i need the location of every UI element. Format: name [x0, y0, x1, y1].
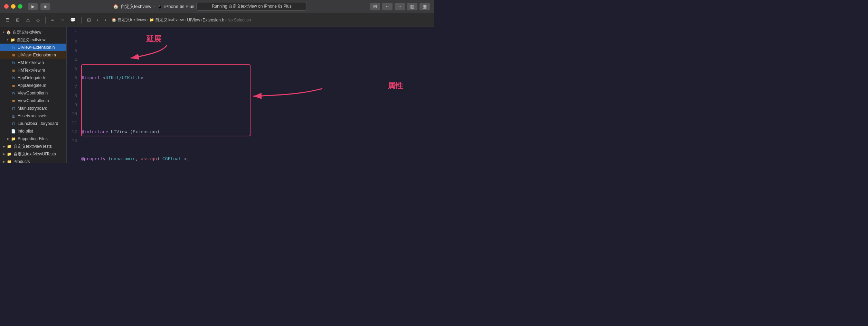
comment-button[interactable]: 💬: [68, 16, 78, 24]
sidebar-item-info-plist[interactable]: 📄 Info.plist: [0, 127, 66, 135]
forward-button[interactable]: →: [395, 3, 405, 10]
code-nonatomic1: nonatomic: [111, 154, 135, 163]
panel-left-button[interactable]: ▥: [407, 3, 417, 10]
sidebar-group1-label: 自定义textfview: [17, 37, 64, 43]
editor-layout-button[interactable]: ⊟: [370, 3, 380, 10]
breadcrumb: 🏠 自定义textfview › 📁 自定义textfview › UIView…: [112, 17, 431, 23]
sidebar-appdelegate-h-label: AppDelegate.h: [18, 75, 64, 80]
code-cgfloat1: CGFloat: [162, 154, 181, 163]
launch-icon: ◻: [11, 121, 16, 126]
sidebar-item-root[interactable]: ▾ 🏠 自定义textfview: [0, 28, 66, 36]
code-editor[interactable]: 1 2 3 4 5 6 7 8 9 10 11 12 13 #import <U…: [67, 27, 434, 163]
code-assign1: assign: [138, 154, 157, 163]
m-file-icon: m: [11, 53, 16, 57]
sidebar-item-viewcontroller-h[interactable]: h ViewController.h: [0, 89, 66, 97]
sidebar-launchscr-label: LaunchScr...toryboard: [18, 121, 64, 126]
breadcrumb-group[interactable]: 自定义textfview: [155, 17, 184, 23]
project-icon: 🏠: [6, 30, 11, 35]
list-view-button[interactable]: ≡: [49, 16, 56, 24]
grid-view-button[interactable]: ⊞: [85, 16, 93, 24]
m-file-icon4: m: [11, 99, 16, 103]
sidebar-item-hmtext-m[interactable]: m HMTextView.m: [0, 66, 66, 74]
code-x: x;: [181, 154, 189, 163]
device-icon: 📱: [157, 4, 162, 9]
build-status: Running 自定义textfview on iPhone 6s Plus: [196, 2, 307, 11]
code-line-4: @interface UIView (Extension): [81, 127, 434, 136]
storyboard-icon: ◻: [11, 106, 16, 111]
grid-toggle[interactable]: ⊞: [14, 16, 22, 24]
panel-right-button[interactable]: ▦: [419, 3, 430, 10]
h-file-icon: h: [11, 45, 16, 49]
sidebar-item-appdelegate-m[interactable]: m AppDelegate.m: [0, 82, 66, 89]
folder-icon2: 📁: [11, 137, 16, 141]
line-num-11: 11: [67, 118, 77, 127]
annotation-label-2: 属性: [388, 81, 403, 91]
breadcrumb-folder-icon: 📁: [149, 18, 154, 22]
sidebar-products-label: Products: [13, 159, 64, 163]
code-area: 1 2 3 4 5 6 7 8 9 10 11 12 13 #import <U…: [67, 27, 434, 163]
m-file-icon3: m: [11, 83, 16, 88]
close-button[interactable]: [4, 4, 9, 9]
breadcrumb-project[interactable]: 自定义textfview: [117, 17, 146, 23]
folder-icon5: 📁: [7, 160, 12, 163]
code-paren1: (: [105, 154, 111, 163]
sidebar-item-launchscr[interactable]: ◻ LaunchScr...toryboard: [0, 120, 66, 127]
sidebar-viewcontroller-h-label: ViewController.h: [18, 91, 64, 96]
sidebar-item-viewcontroller-m[interactable]: m ViewController.m: [0, 97, 66, 105]
sidebar-item-appdelegate-h[interactable]: h AppDelegate.h: [0, 74, 66, 82]
file-navigator: ▾ 🏠 自定义textfview ▾ 📁 自定义textfview h UIVi…: [0, 27, 67, 163]
sidebar-info-plist-label: Info.plist: [18, 129, 64, 134]
disclosure-icon2: ▶: [7, 137, 9, 141]
sidebar-item-products[interactable]: ▶ 📁 Products: [0, 158, 66, 163]
folder-icon4: 📁: [7, 152, 12, 156]
scheme-selector[interactable]: 🏠 自定义textfview › 📱 iPhone 6s Plus: [113, 3, 195, 10]
traffic-lights: [4, 4, 22, 9]
sidebar-uitests-label: 自定义textfviewUITests: [13, 151, 64, 157]
back-button[interactable]: ←: [382, 3, 393, 10]
code-text3: >: [141, 73, 143, 82]
breadcrumb-file[interactable]: UIView+Extension.h: [187, 18, 224, 22]
assets-icon: ◫: [11, 114, 16, 118]
titlebar-center: 🏠 自定义textfview › 📱 iPhone 6s Plus Runnin…: [53, 2, 367, 11]
line-numbers: 1 2 3 4 5 6 7 8 9 10 11 12 13: [67, 28, 81, 163]
sidebar-item-main-storyboard[interactable]: ◻ Main.storyboard: [0, 105, 66, 112]
separator2: [81, 17, 82, 24]
code-content[interactable]: #import <UIKit/UIKit.h> @interface UIVie…: [81, 28, 434, 163]
folder-icon: 📁: [10, 38, 15, 42]
warning-button[interactable]: ⚠: [24, 16, 32, 24]
h-file-icon2: h: [11, 61, 16, 65]
breadcrumb-sep3: ›: [225, 18, 226, 22]
stop-button[interactable]: ■: [40, 3, 50, 10]
device-name: iPhone 6s Plus: [164, 4, 195, 9]
breadcrumb-selection: No Selection: [227, 18, 251, 22]
line-num-13: 13: [67, 136, 77, 145]
sidebar-main-storyboard-label: Main.storyboard: [18, 106, 64, 111]
line-num-6: 6: [67, 73, 77, 82]
sidebar-item-supporting[interactable]: ▶ 📁 Supporting Files: [0, 135, 66, 143]
keyword-import: #import: [81, 73, 100, 82]
breakpoint-button[interactable]: ◇: [34, 16, 42, 24]
sidebar-item-uitests[interactable]: ▶ 📁 自定义textfviewUITests: [0, 150, 66, 158]
sidebar-hmtext-m-label: HMTextView.m: [18, 68, 64, 73]
nav-back[interactable]: ‹: [95, 16, 101, 24]
hierarchy-button[interactable]: ⊃: [58, 16, 66, 24]
sidebar-toggle[interactable]: ☰: [3, 16, 12, 24]
separator: [45, 17, 46, 24]
sidebar-item-group1[interactable]: ▾ 📁 自定义textfview: [0, 36, 66, 44]
code-text: <: [100, 73, 106, 82]
sidebar-item-uiview-m[interactable]: m UIView+Extension.m: [0, 51, 66, 59]
fullscreen-button[interactable]: [18, 4, 22, 9]
code-text2: UIKit/UIKit.h: [105, 73, 141, 82]
sidebar-item-tests[interactable]: ▶ 📁 自定义textfviewTests: [0, 143, 66, 150]
sidebar-item-assets[interactable]: ◫ Assets.xcassets: [0, 112, 66, 120]
play-button[interactable]: ▶: [28, 3, 38, 10]
sidebar-item-hmtext-h[interactable]: h HMTextView.h: [0, 59, 66, 66]
sidebar-item-uiview-h[interactable]: h UIView+Extension.h: [0, 44, 66, 51]
code-paren2: ): [157, 154, 162, 163]
nav-forward[interactable]: ›: [103, 16, 108, 24]
sidebar-assets-label: Assets.xcassets: [18, 114, 64, 118]
minimize-button[interactable]: [11, 4, 16, 9]
line-num-1: 1: [67, 28, 77, 37]
folder-icon3: 📁: [7, 144, 12, 149]
keyword-property1: @property: [81, 154, 105, 163]
